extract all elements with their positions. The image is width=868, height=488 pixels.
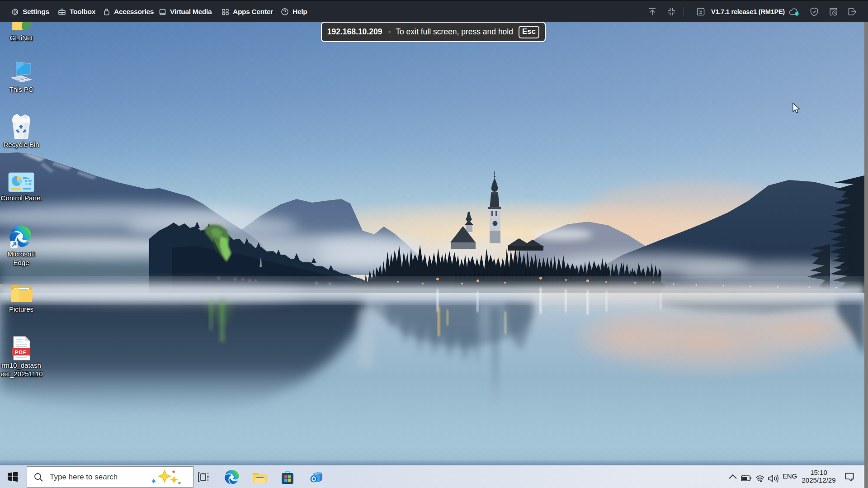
svg-text:PDF: PDF — [15, 350, 27, 355]
